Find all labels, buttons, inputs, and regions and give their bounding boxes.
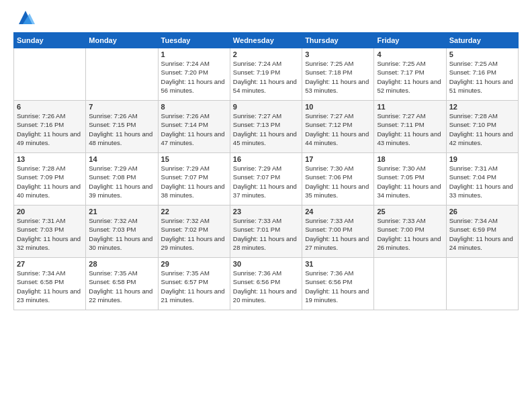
- day-info: Sunrise: 7:25 AMSunset: 7:17 PMDaylight:…: [377, 59, 443, 95]
- calendar-cell: 9Sunrise: 7:27 AMSunset: 7:13 PMDaylight…: [230, 101, 302, 153]
- day-number: 5: [449, 50, 515, 58]
- calendar-cell: [446, 258, 518, 310]
- day-info: Sunrise: 7:27 AMSunset: 7:11 PMDaylight:…: [377, 111, 443, 147]
- calendar-cell: [86, 48, 158, 101]
- calendar-week-2: 6Sunrise: 7:26 AMSunset: 7:16 PMDaylight…: [14, 101, 519, 153]
- day-number: 8: [161, 103, 227, 111]
- day-number: 27: [17, 260, 83, 268]
- day-number: 7: [89, 103, 154, 111]
- calendar-cell: 8Sunrise: 7:26 AMSunset: 7:14 PMDaylight…: [158, 101, 230, 153]
- calendar-cell: 29Sunrise: 7:35 AMSunset: 6:57 PMDayligh…: [158, 258, 230, 310]
- day-info: Sunrise: 7:30 AMSunset: 7:06 PMDaylight:…: [305, 164, 371, 199]
- calendar-cell: 11Sunrise: 7:27 AMSunset: 7:11 PMDayligh…: [374, 101, 446, 153]
- day-number: 10: [305, 103, 371, 111]
- calendar-cell: 15Sunrise: 7:29 AMSunset: 7:07 PMDayligh…: [158, 153, 230, 205]
- calendar-cell: 30Sunrise: 7:36 AMSunset: 6:56 PMDayligh…: [230, 258, 302, 310]
- page: SundayMondayTuesdayWednesdayThursdayFrid…: [0, 0, 532, 411]
- day-info: Sunrise: 7:28 AMSunset: 7:10 PMDaylight:…: [449, 111, 515, 147]
- logo-icon: [16, 8, 35, 27]
- calendar-cell: 16Sunrise: 7:29 AMSunset: 7:07 PMDayligh…: [230, 153, 302, 205]
- calendar-header-row: SundayMondayTuesdayWednesdayThursdayFrid…: [14, 33, 519, 48]
- day-info: Sunrise: 7:34 AMSunset: 6:59 PMDaylight:…: [449, 216, 515, 252]
- calendar-cell: 1Sunrise: 7:24 AMSunset: 7:20 PMDaylight…: [158, 48, 230, 101]
- calendar-cell: 6Sunrise: 7:26 AMSunset: 7:16 PMDaylight…: [14, 101, 86, 153]
- day-number: 23: [233, 208, 299, 216]
- day-number: 14: [89, 155, 154, 163]
- calendar-cell: 10Sunrise: 7:27 AMSunset: 7:12 PMDayligh…: [302, 101, 374, 153]
- calendar-cell: 3Sunrise: 7:25 AMSunset: 7:18 PMDaylight…: [302, 48, 374, 101]
- logo: [13, 11, 35, 27]
- day-info: Sunrise: 7:35 AMSunset: 6:57 PMDaylight:…: [161, 269, 227, 304]
- calendar-cell: 7Sunrise: 7:26 AMSunset: 7:15 PMDaylight…: [86, 101, 158, 153]
- day-info: Sunrise: 7:29 AMSunset: 7:07 PMDaylight:…: [233, 164, 299, 199]
- day-number: 21: [89, 208, 154, 216]
- day-number: 31: [305, 260, 371, 268]
- day-number: 15: [161, 155, 227, 163]
- calendar-header-wednesday: Wednesday: [230, 33, 302, 48]
- day-info: Sunrise: 7:29 AMSunset: 7:07 PMDaylight:…: [161, 164, 227, 199]
- day-number: 19: [449, 155, 515, 163]
- day-info: Sunrise: 7:32 AMSunset: 7:03 PMDaylight:…: [89, 216, 154, 252]
- day-info: Sunrise: 7:30 AMSunset: 7:05 PMDaylight:…: [377, 164, 443, 199]
- calendar-cell: 17Sunrise: 7:30 AMSunset: 7:06 PMDayligh…: [302, 153, 374, 205]
- day-info: Sunrise: 7:31 AMSunset: 7:03 PMDaylight:…: [17, 216, 83, 252]
- day-number: 26: [449, 208, 515, 216]
- day-info: Sunrise: 7:26 AMSunset: 7:14 PMDaylight:…: [161, 111, 227, 147]
- calendar-week-5: 27Sunrise: 7:34 AMSunset: 6:58 PMDayligh…: [14, 258, 519, 310]
- calendar-cell: 25Sunrise: 7:33 AMSunset: 7:00 PMDayligh…: [374, 205, 446, 258]
- calendar-cell: 18Sunrise: 7:30 AMSunset: 7:05 PMDayligh…: [374, 153, 446, 205]
- day-number: 18: [377, 155, 443, 163]
- day-number: 12: [449, 103, 515, 111]
- calendar-cell: [14, 48, 86, 101]
- day-info: Sunrise: 7:25 AMSunset: 7:16 PMDaylight:…: [449, 59, 515, 95]
- calendar-cell: 14Sunrise: 7:29 AMSunset: 7:08 PMDayligh…: [86, 153, 158, 205]
- day-info: Sunrise: 7:28 AMSunset: 7:09 PMDaylight:…: [17, 164, 83, 199]
- calendar-cell: [374, 258, 446, 310]
- calendar-header-saturday: Saturday: [446, 33, 518, 48]
- calendar-cell: 12Sunrise: 7:28 AMSunset: 7:10 PMDayligh…: [446, 101, 518, 153]
- day-number: 3: [305, 50, 371, 58]
- header: [13, 11, 519, 27]
- calendar-header-tuesday: Tuesday: [158, 33, 230, 48]
- day-info: Sunrise: 7:35 AMSunset: 6:58 PMDaylight:…: [89, 269, 154, 304]
- calendar-cell: 24Sunrise: 7:33 AMSunset: 7:00 PMDayligh…: [302, 205, 374, 258]
- calendar-header-friday: Friday: [374, 33, 446, 48]
- calendar-cell: 22Sunrise: 7:32 AMSunset: 7:02 PMDayligh…: [158, 205, 230, 258]
- day-info: Sunrise: 7:27 AMSunset: 7:13 PMDaylight:…: [233, 111, 299, 147]
- day-info: Sunrise: 7:32 AMSunset: 7:02 PMDaylight:…: [161, 216, 227, 252]
- day-number: 2: [233, 50, 299, 58]
- day-info: Sunrise: 7:33 AMSunset: 7:00 PMDaylight:…: [377, 216, 443, 252]
- calendar-cell: 26Sunrise: 7:34 AMSunset: 6:59 PMDayligh…: [446, 205, 518, 258]
- calendar-cell: 4Sunrise: 7:25 AMSunset: 7:17 PMDaylight…: [374, 48, 446, 101]
- day-info: Sunrise: 7:34 AMSunset: 6:58 PMDaylight:…: [17, 269, 83, 304]
- day-number: 9: [233, 103, 299, 111]
- day-number: 24: [305, 208, 371, 216]
- day-number: 29: [161, 260, 227, 268]
- day-info: Sunrise: 7:26 AMSunset: 7:15 PMDaylight:…: [89, 111, 154, 147]
- day-info: Sunrise: 7:33 AMSunset: 7:01 PMDaylight:…: [233, 216, 299, 252]
- day-number: 6: [17, 103, 83, 111]
- calendar-cell: 28Sunrise: 7:35 AMSunset: 6:58 PMDayligh…: [86, 258, 158, 310]
- calendar-cell: 27Sunrise: 7:34 AMSunset: 6:58 PMDayligh…: [14, 258, 86, 310]
- day-info: Sunrise: 7:24 AMSunset: 7:20 PMDaylight:…: [161, 59, 227, 95]
- calendar-cell: 23Sunrise: 7:33 AMSunset: 7:01 PMDayligh…: [230, 205, 302, 258]
- calendar-cell: 21Sunrise: 7:32 AMSunset: 7:03 PMDayligh…: [86, 205, 158, 258]
- day-number: 13: [17, 155, 83, 163]
- day-number: 1: [161, 50, 227, 58]
- calendar-header-sunday: Sunday: [14, 33, 86, 48]
- calendar-cell: 31Sunrise: 7:36 AMSunset: 6:56 PMDayligh…: [302, 258, 374, 310]
- calendar-cell: 2Sunrise: 7:24 AMSunset: 7:19 PMDaylight…: [230, 48, 302, 101]
- calendar-cell: 19Sunrise: 7:31 AMSunset: 7:04 PMDayligh…: [446, 153, 518, 205]
- day-number: 28: [89, 260, 154, 268]
- day-info: Sunrise: 7:33 AMSunset: 7:00 PMDaylight:…: [305, 216, 371, 252]
- calendar-cell: 20Sunrise: 7:31 AMSunset: 7:03 PMDayligh…: [14, 205, 86, 258]
- day-info: Sunrise: 7:25 AMSunset: 7:18 PMDaylight:…: [305, 59, 371, 95]
- day-number: 30: [233, 260, 299, 268]
- day-info: Sunrise: 7:36 AMSunset: 6:56 PMDaylight:…: [305, 269, 371, 304]
- day-number: 11: [377, 103, 443, 111]
- calendar-week-3: 13Sunrise: 7:28 AMSunset: 7:09 PMDayligh…: [14, 153, 519, 205]
- day-number: 25: [377, 208, 443, 216]
- day-number: 4: [377, 50, 443, 58]
- day-number: 20: [17, 208, 83, 216]
- calendar-cell: 5Sunrise: 7:25 AMSunset: 7:16 PMDaylight…: [446, 48, 518, 101]
